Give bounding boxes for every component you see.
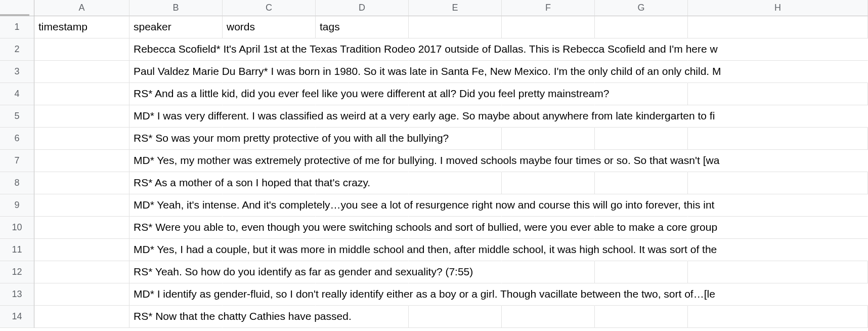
cell-G14[interactable]: [595, 306, 688, 328]
cell-E9[interactable]: [409, 194, 502, 217]
cell-H13[interactable]: [688, 283, 868, 306]
row-header-7[interactable]: 7: [0, 150, 34, 172]
cell-A14[interactable]: [34, 306, 129, 328]
cell-C7[interactable]: [223, 150, 316, 172]
cell-B14[interactable]: RS* Now that the chatty Cathies have pas…: [129, 306, 223, 328]
cell-F1[interactable]: [502, 16, 595, 38]
cell-F5[interactable]: [502, 105, 595, 128]
cell-B6[interactable]: RS* So was your mom pretty protective of…: [129, 128, 223, 150]
cell-D5[interactable]: [316, 105, 409, 128]
cell-G12[interactable]: [595, 261, 688, 283]
cell-F7[interactable]: [502, 150, 595, 172]
cell-G11[interactable]: [595, 239, 688, 261]
cell-H7[interactable]: [688, 150, 868, 172]
cell-C4[interactable]: [223, 83, 316, 105]
cell-H12[interactable]: [688, 261, 868, 283]
select-all-corner[interactable]: [0, 0, 34, 16]
cell-F11[interactable]: [502, 239, 595, 261]
col-header-B[interactable]: B: [129, 0, 223, 16]
cell-A5[interactable]: [34, 105, 129, 128]
cell-E3[interactable]: [409, 61, 502, 83]
row-header-3[interactable]: 3: [0, 61, 34, 83]
cell-G7[interactable]: [595, 150, 688, 172]
cell-H3[interactable]: [688, 61, 868, 83]
cell-G2[interactable]: [595, 38, 688, 61]
cell-F2[interactable]: [502, 38, 595, 61]
row-header-5[interactable]: 5: [0, 105, 34, 128]
cell-B12[interactable]: RS* Yeah. So how do you identify as far …: [129, 261, 223, 283]
col-header-G[interactable]: G: [595, 0, 688, 16]
col-header-H[interactable]: H: [688, 0, 868, 16]
cell-D12[interactable]: [316, 261, 409, 283]
cell-F13[interactable]: [502, 283, 595, 306]
cell-D1[interactable]: tags: [316, 16, 409, 38]
col-header-C[interactable]: C: [223, 0, 316, 16]
cell-A9[interactable]: [34, 194, 129, 217]
cell-F8[interactable]: [502, 172, 595, 194]
cell-F9[interactable]: [502, 194, 595, 217]
cell-B10[interactable]: RS* Were you able to, even though you we…: [129, 217, 223, 239]
cell-G6[interactable]: [595, 128, 688, 150]
cell-D14[interactable]: [316, 306, 409, 328]
cell-A4[interactable]: [34, 83, 129, 105]
cell-D2[interactable]: [316, 38, 409, 61]
cell-D10[interactable]: [316, 217, 409, 239]
cell-A13[interactable]: [34, 283, 129, 306]
cell-H1[interactable]: [688, 16, 868, 38]
row-header-12[interactable]: 12: [0, 261, 34, 283]
cell-H2[interactable]: [688, 38, 868, 61]
cell-C10[interactable]: [223, 217, 316, 239]
cell-B5[interactable]: MD* I was very different. I was classifi…: [129, 105, 223, 128]
cell-H14[interactable]: [688, 306, 868, 328]
row-header-4[interactable]: 4: [0, 83, 34, 105]
cell-F12[interactable]: [502, 261, 595, 283]
cell-C6[interactable]: [223, 128, 316, 150]
cell-A7[interactable]: [34, 150, 129, 172]
cell-G9[interactable]: [595, 194, 688, 217]
cell-A11[interactable]: [34, 239, 129, 261]
cell-G10[interactable]: [595, 217, 688, 239]
cell-G13[interactable]: [595, 283, 688, 306]
cell-H5[interactable]: [688, 105, 868, 128]
cell-B2[interactable]: Rebecca Scofield* It's April 1st at the …: [129, 38, 223, 61]
cell-E5[interactable]: [409, 105, 502, 128]
cell-H4[interactable]: [688, 83, 868, 105]
cell-H11[interactable]: [688, 239, 868, 261]
cell-B3[interactable]: Paul Valdez Marie Du Barry* I was born i…: [129, 61, 223, 83]
cell-H9[interactable]: [688, 194, 868, 217]
cell-C1[interactable]: words: [223, 16, 316, 38]
cell-C8[interactable]: [223, 172, 316, 194]
cell-C2[interactable]: [223, 38, 316, 61]
cell-A3[interactable]: [34, 61, 129, 83]
cell-C5[interactable]: [223, 105, 316, 128]
cell-D3[interactable]: [316, 61, 409, 83]
row-header-9[interactable]: 9: [0, 194, 34, 217]
cell-E11[interactable]: [409, 239, 502, 261]
col-header-E[interactable]: E: [409, 0, 502, 16]
cell-C12[interactable]: [223, 261, 316, 283]
cell-G4[interactable]: [595, 83, 688, 105]
cell-D6[interactable]: [316, 128, 409, 150]
cell-G3[interactable]: [595, 61, 688, 83]
cell-D8[interactable]: [316, 172, 409, 194]
cell-F6[interactable]: [502, 128, 595, 150]
cell-F3[interactable]: [502, 61, 595, 83]
col-header-A[interactable]: A: [34, 0, 129, 16]
cell-H6[interactable]: [688, 128, 868, 150]
cell-E1[interactable]: [409, 16, 502, 38]
cell-A2[interactable]: [34, 38, 129, 61]
row-header-14[interactable]: 14: [0, 306, 34, 328]
cell-G5[interactable]: [595, 105, 688, 128]
row-header-10[interactable]: 10: [0, 217, 34, 239]
cell-B13[interactable]: MD* I identify as gender-fluid, so I don…: [129, 283, 223, 306]
cell-A1[interactable]: timestamp: [34, 16, 129, 38]
cell-E2[interactable]: [409, 38, 502, 61]
cell-E10[interactable]: [409, 217, 502, 239]
row-header-11[interactable]: 11: [0, 239, 34, 261]
cell-C13[interactable]: [223, 283, 316, 306]
cell-C9[interactable]: [223, 194, 316, 217]
cell-A6[interactable]: [34, 128, 129, 150]
cell-A8[interactable]: [34, 172, 129, 194]
row-header-8[interactable]: 8: [0, 172, 34, 194]
cell-B4[interactable]: RS* And as a little kid, did you ever fe…: [129, 83, 223, 105]
